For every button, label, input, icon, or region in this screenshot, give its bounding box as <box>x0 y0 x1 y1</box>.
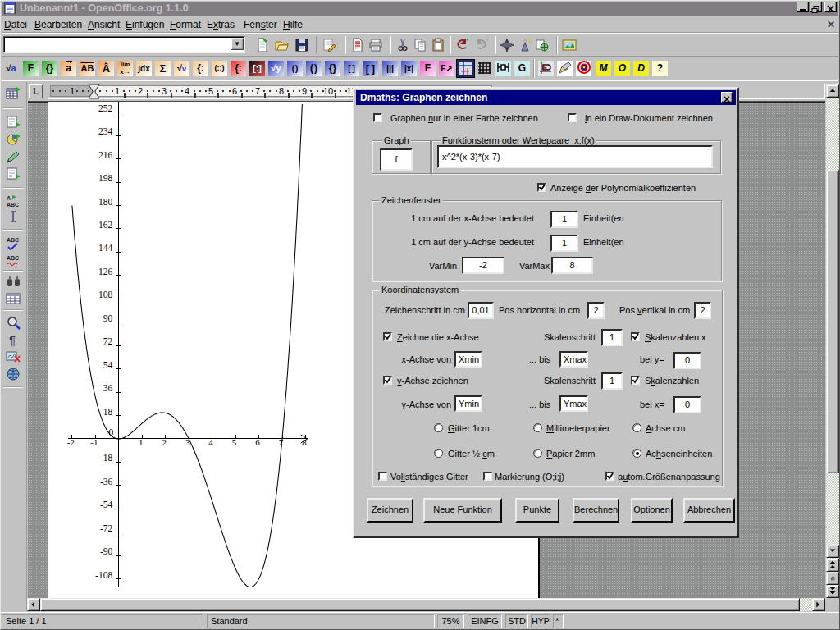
svg-text:1: 1 <box>139 437 144 447</box>
svg-text:216: 216 <box>98 150 113 160</box>
svg-text:-1: -1 <box>90 437 98 447</box>
svg-text:-90: -90 <box>100 546 113 556</box>
svg-text:A: A <box>7 195 11 201</box>
svg-text:-72: -72 <box>100 523 113 533</box>
svg-text:ABC: ABC <box>7 255 19 261</box>
svg-text:7: 7 <box>279 437 284 447</box>
svg-text:-54: -54 <box>100 500 113 509</box>
svg-text:-108: -108 <box>95 570 112 580</box>
svg-text:6: 6 <box>255 437 260 447</box>
svg-text:-2: -2 <box>67 437 75 447</box>
svg-text:108: 108 <box>98 290 113 299</box>
svg-text:126: 126 <box>98 267 113 276</box>
svg-text:3: 3 <box>185 437 190 447</box>
svg-text:252: 252 <box>98 103 113 113</box>
svg-text:36: 36 <box>103 383 113 393</box>
svg-text:18: 18 <box>103 407 113 417</box>
svg-text:5: 5 <box>232 437 237 447</box>
svg-text:234: 234 <box>98 126 113 136</box>
svg-text:-36: -36 <box>100 477 113 486</box>
svg-text:180: 180 <box>98 197 113 207</box>
svg-text:¶: ¶ <box>9 333 16 347</box>
svg-text:72: 72 <box>103 336 113 346</box>
svg-text:54: 54 <box>103 360 113 370</box>
svg-text:0: 0 <box>109 427 114 437</box>
svg-text:ABC: ABC <box>7 202 19 208</box>
svg-text:8: 8 <box>302 437 307 447</box>
svg-text:162: 162 <box>98 220 113 230</box>
svg-text:ABC: ABC <box>7 237 19 243</box>
svg-text:198: 198 <box>98 173 113 183</box>
svg-text:4: 4 <box>208 437 213 447</box>
svg-text:90: 90 <box>103 313 113 323</box>
svg-text:2: 2 <box>162 437 167 447</box>
svg-text:-18: -18 <box>100 453 113 463</box>
svg-text:144: 144 <box>98 243 113 253</box>
